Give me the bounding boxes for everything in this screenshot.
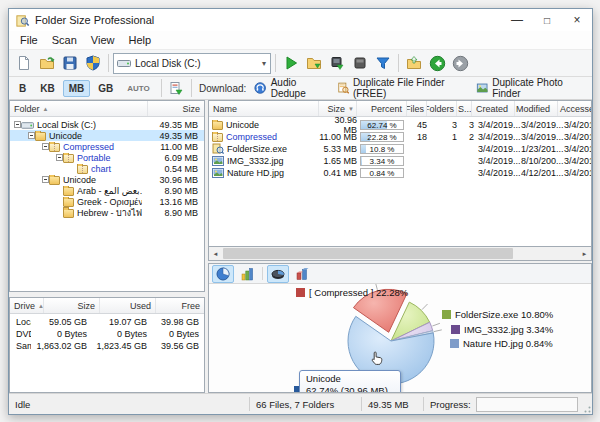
drive-row-samba[interactable]: Samb... 1,863.02 GB1,823.45 GB39.56 GB [10,340,204,352]
drive-row-local[interactable]: Local ... 59.05 GB19.07 GB39.98 GB [10,316,204,328]
legend-compressed: [ Compressed ] 22.28% [296,287,408,298]
scroll-right-icon[interactable]: ► [578,247,591,260]
tree-row-compressed[interactable]: Compressed 11.00 MB [10,141,204,152]
menu-file[interactable]: File [13,33,45,47]
horizontal-scrollbar[interactable]: ◄ ► [208,247,592,261]
file-row[interactable]: FolderSize.exe 5.33 MB 10.8 % 3/4/2019..… [209,143,591,155]
size-column-header[interactable]: Size [148,101,204,116]
menu-help[interactable]: Help [121,33,158,47]
created-column-header[interactable]: Created [472,101,515,116]
back-button[interactable] [426,52,448,74]
scan-network-button[interactable] [326,52,348,74]
compressed-folder-icon [49,143,60,152]
folder-icon [49,176,60,185]
size-column-header[interactable]: Size▼ [319,101,357,116]
start-scan-button[interactable] [280,52,302,74]
promo-audio-dedupe[interactable]: Audio Dedupe [252,76,332,100]
file-row[interactable]: IMG_3332.jpg 1.65 MB 3.34 % 3/4/2019... … [209,155,591,167]
unit-mb-button[interactable]: MB [63,80,91,97]
forward-button[interactable] [449,52,471,74]
bar-chart-button[interactable] [236,265,258,283]
collapse-icon[interactable] [42,143,49,150]
name-column-header[interactable]: Name [209,101,319,116]
folders-column-header[interactable]: Folders [427,101,457,116]
scan-folder-button[interactable] [303,52,325,74]
promo-label: Duplicate File Finder (FREE) [353,77,466,99]
tree-row-unicode2[interactable]: Unicode 30.96 MB [10,174,204,185]
collapse-icon[interactable] [14,121,21,128]
collapse-icon[interactable] [28,132,35,139]
compressed-folder-icon [77,165,88,174]
promo-label: Duplicate Photo Finder [492,77,582,99]
tree-row-arab[interactable]: Arab - بعض المع... 8.90 MB [10,185,204,196]
drive-selector-value: Local Disk (C:) [135,58,258,69]
modified-column-header[interactable]: Modified [515,101,558,116]
tree-row-unicode-selected[interactable]: Unicode 49.35 MB [10,130,204,141]
separator [275,54,276,72]
percent-column-header[interactable]: Percent [357,101,407,116]
pie-chart-button[interactable] [212,265,234,283]
unit-b-button[interactable]: B [13,80,32,97]
used-column-header[interactable]: Used [100,298,156,313]
folder-icon [212,121,223,130]
size-column-header[interactable]: Size [44,298,100,313]
compressed-folder-icon [212,133,223,142]
file-row[interactable]: Unicode 30.96 MB 62.74 % 45 3 3 3/4/2019… [209,119,591,131]
close-button[interactable]: × [562,9,592,31]
file-size: 11.00 MB [319,132,357,142]
tree-row-local-disk[interactable]: Local Disk (C:) 49.35 MB [10,119,204,130]
drive-selector[interactable]: Local Disk (C:) ▾ [113,53,271,74]
accessed-column-header[interactable]: Accessed [558,101,591,116]
drive-list-panel: Drive▲ Size Used Free Local ... 59.05 GB… [9,297,205,393]
units-toolbar: B KB MB GB AUTO Download: Audio Dedupe D… [9,77,592,100]
unit-gb-button[interactable]: GB [92,80,119,97]
tree-row-chart[interactable]: chart 0.54 MB [10,163,204,174]
scrollbar-thumb[interactable] [223,248,513,259]
status-total-size: 49.35 MB [362,397,424,411]
legend-img: IMG_3332.jpg 3.34% [451,324,553,335]
drive-column-header[interactable]: Drive▲ [10,298,44,313]
drive-row-dvd[interactable]: DVD ... 0 Bytes0 Bytes0 Bytes [10,328,204,340]
file-row[interactable]: Nature HD.jpg 0.41 MB 0.84 % 3/4/2019...… [209,167,591,179]
scroll-left-icon[interactable]: ◄ [209,247,222,260]
status-progress-label: Progress: [424,397,476,411]
menu-bar: File Scan View Help [9,31,592,50]
stop-scan-button[interactable] [349,52,371,74]
filter-button[interactable] [372,52,394,74]
progress-bar [476,397,578,412]
unit-auto-button[interactable]: AUTO [121,81,156,96]
file-row[interactable]: Compressed 11.00 MB 22.28 % 18 1 2 3/4/2… [209,131,591,143]
resize-grip[interactable] [582,398,592,414]
tree-row-portable[interactable]: Portable 6.09 MB [10,152,204,163]
hand-cursor-icon [369,350,385,368]
legend-connector-line [422,304,428,310]
folder-icon [63,187,74,196]
menu-scan[interactable]: Scan [45,33,84,47]
tree-row-hebrew[interactable]: Hebrew - บางไฟล... 8.90 MB [10,207,204,218]
free-column-header[interactable]: Free [156,298,204,313]
export-report-button[interactable] [167,77,187,99]
collapse-icon[interactable] [56,154,63,161]
up-level-button[interactable] [403,52,425,74]
promo-duplicate-photo-finder[interactable]: Duplicate Photo Finder [474,76,588,100]
files-column-header[interactable]: Files [407,101,427,116]
admin-shield-icon[interactable] [82,52,104,74]
file-size: 0.41 MB [319,168,357,178]
pie-3d-button[interactable] [267,265,289,283]
promo-duplicate-file-finder[interactable]: Duplicate File Finder (FREE) [335,76,472,100]
maximize-button[interactable]: □ [532,9,562,31]
unit-kb-button[interactable]: KB [34,80,60,97]
new-scan-button[interactable] [13,52,35,74]
menu-view[interactable]: View [84,33,122,47]
collapse-icon[interactable] [42,176,49,183]
legend-swatch [450,339,459,348]
folder-column-header[interactable]: Folder▲ [10,101,148,116]
chart-style-button[interactable] [291,265,313,283]
drive-list-header: Drive▲ Size Used Free [10,298,204,314]
open-button[interactable] [36,52,58,74]
s-column-header[interactable]: S... [457,101,472,116]
folder-tree-header: Folder▲ Size [10,101,204,117]
minimize-button[interactable]: — [502,9,532,31]
separator [262,267,263,280]
save-button[interactable] [59,52,81,74]
